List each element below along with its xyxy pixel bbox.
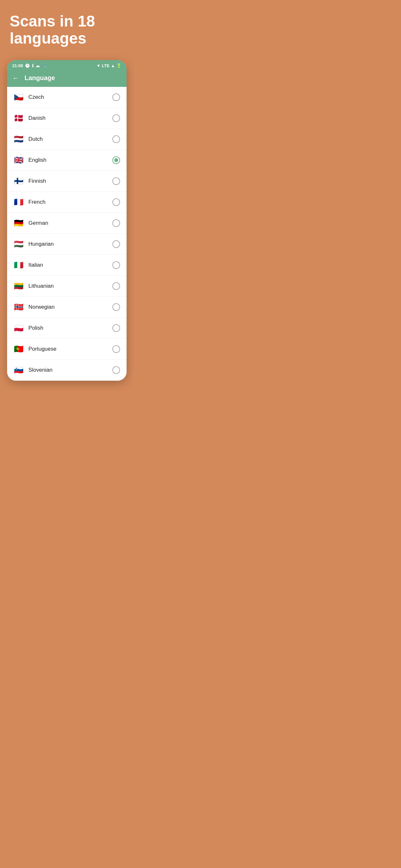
lang-name-hungarian: Hungarian bbox=[28, 241, 54, 247]
lang-left-french: 🇫🇷French bbox=[13, 197, 45, 207]
lang-name-czech: Czech bbox=[28, 94, 44, 100]
language-item-french[interactable]: 🇫🇷French bbox=[7, 192, 127, 213]
flag-german: 🇩🇪 bbox=[13, 219, 24, 228]
language-item-danish[interactable]: 🇩🇰Danish bbox=[7, 108, 127, 129]
language-item-english[interactable]: 🇬🇧English bbox=[7, 150, 127, 171]
radio-portuguese[interactable] bbox=[112, 345, 120, 353]
radio-german[interactable] bbox=[112, 219, 120, 227]
status-icon-cloud: ☁ bbox=[35, 63, 40, 68]
lang-name-lithuanian: Lithuanian bbox=[28, 283, 54, 289]
lang-name-norwegian: Norwegian bbox=[28, 304, 55, 310]
back-button[interactable]: ← bbox=[12, 74, 19, 82]
status-icon-wrench: 🔧 bbox=[42, 63, 47, 68]
lang-left-english: 🇬🇧English bbox=[13, 156, 47, 165]
radio-slovenian[interactable] bbox=[112, 366, 120, 374]
status-right: ▼ LTE ▲ 🔋 bbox=[96, 63, 121, 68]
phone-frame: 21:08 🕐 ℹ ☁ 🔧 ▼ LTE ▲ 🔋 ← Language 🇨🇿Cze… bbox=[7, 60, 127, 381]
lang-left-italian: 🇮🇹Italian bbox=[13, 260, 43, 270]
radio-dutch[interactable] bbox=[112, 135, 120, 143]
hero-title: Scans in 18 languages bbox=[6, 13, 127, 47]
lang-name-dutch: Dutch bbox=[28, 136, 42, 143]
language-list: 🇨🇿Czech🇩🇰Danish🇳🇱Dutch🇬🇧English🇫🇮Finnish… bbox=[7, 87, 127, 381]
language-item-finnish[interactable]: 🇫🇮Finnish bbox=[7, 171, 127, 192]
flag-hungarian: 🇭🇺 bbox=[13, 240, 24, 249]
lang-left-dutch: 🇳🇱Dutch bbox=[13, 135, 42, 144]
status-left: 21:08 🕐 ℹ ☁ 🔧 bbox=[12, 63, 47, 68]
flag-english: 🇬🇧 bbox=[13, 156, 24, 165]
flag-danish: 🇩🇰 bbox=[13, 114, 24, 123]
status-icon-info: ℹ bbox=[32, 63, 34, 68]
app-bar-title: Language bbox=[25, 74, 55, 82]
lang-name-french: French bbox=[28, 199, 45, 206]
language-item-slovenian[interactable]: 🇸🇮Slovenian bbox=[7, 360, 127, 381]
radio-english[interactable] bbox=[112, 156, 120, 164]
flag-polish: 🇵🇱 bbox=[13, 323, 24, 333]
lang-name-slovenian: Slovenian bbox=[28, 367, 53, 373]
radio-hungarian[interactable] bbox=[112, 240, 120, 248]
radio-danish[interactable] bbox=[112, 114, 120, 122]
lang-name-finnish: Finnish bbox=[28, 178, 46, 184]
lang-left-norwegian: 🇳🇴Norwegian bbox=[13, 303, 55, 312]
flag-dutch: 🇳🇱 bbox=[13, 135, 24, 144]
radio-finnish[interactable] bbox=[112, 177, 120, 185]
lang-name-danish: Danish bbox=[28, 115, 45, 121]
language-item-portuguese[interactable]: 🇵🇹Portuguese bbox=[7, 339, 127, 360]
radio-norwegian[interactable] bbox=[112, 303, 120, 311]
lang-left-danish: 🇩🇰Danish bbox=[13, 114, 45, 123]
flag-norwegian: 🇳🇴 bbox=[13, 303, 24, 312]
signal-icon: ▲ bbox=[111, 63, 115, 68]
lang-left-slovenian: 🇸🇮Slovenian bbox=[13, 366, 53, 375]
lang-left-lithuanian: 🇱🇹Lithuanian bbox=[13, 282, 54, 290]
lang-left-portuguese: 🇵🇹Portuguese bbox=[13, 345, 57, 353]
radio-lithuanian[interactable] bbox=[112, 282, 120, 290]
battery-icon: 🔋 bbox=[116, 63, 121, 68]
wifi-icon: ▼ bbox=[96, 63, 101, 68]
lang-left-hungarian: 🇭🇺Hungarian bbox=[13, 240, 54, 249]
language-item-norwegian[interactable]: 🇳🇴Norwegian bbox=[7, 297, 127, 318]
status-bar: 21:08 🕐 ℹ ☁ 🔧 ▼ LTE ▲ 🔋 bbox=[7, 60, 127, 70]
lang-left-czech: 🇨🇿Czech bbox=[13, 93, 44, 102]
lte-label: LTE bbox=[102, 63, 110, 68]
radio-polish[interactable] bbox=[112, 324, 120, 332]
lang-left-polish: 🇵🇱Polish bbox=[13, 323, 43, 333]
lang-left-german: 🇩🇪German bbox=[13, 219, 48, 228]
lang-left-finnish: 🇫🇮Finnish bbox=[13, 177, 46, 186]
language-item-czech[interactable]: 🇨🇿Czech bbox=[7, 87, 127, 108]
language-item-dutch[interactable]: 🇳🇱Dutch bbox=[7, 129, 127, 150]
flag-lithuanian: 🇱🇹 bbox=[13, 282, 24, 290]
language-item-lithuanian[interactable]: 🇱🇹Lithuanian bbox=[7, 276, 127, 297]
flag-finnish: 🇫🇮 bbox=[13, 177, 24, 186]
language-item-polish[interactable]: 🇵🇱Polish bbox=[7, 318, 127, 339]
lang-name-german: German bbox=[28, 220, 48, 226]
radio-czech[interactable] bbox=[112, 93, 120, 101]
status-icon-clock: 🕐 bbox=[25, 63, 30, 68]
flag-portuguese: 🇵🇹 bbox=[13, 345, 24, 353]
language-item-hungarian[interactable]: 🇭🇺Hungarian bbox=[7, 234, 127, 255]
language-item-german[interactable]: 🇩🇪German bbox=[7, 213, 127, 234]
lang-name-english: English bbox=[28, 157, 47, 163]
language-item-italian[interactable]: 🇮🇹Italian bbox=[7, 255, 127, 276]
radio-italian[interactable] bbox=[112, 261, 120, 269]
status-time: 21:08 bbox=[12, 63, 23, 68]
app-bar: ← Language bbox=[7, 70, 127, 87]
flag-french: 🇫🇷 bbox=[13, 197, 24, 207]
flag-italian: 🇮🇹 bbox=[13, 260, 24, 270]
radio-french[interactable] bbox=[112, 198, 120, 206]
lang-name-portuguese: Portuguese bbox=[28, 346, 57, 352]
flag-czech: 🇨🇿 bbox=[13, 93, 24, 102]
flag-slovenian: 🇸🇮 bbox=[13, 366, 24, 375]
lang-name-polish: Polish bbox=[28, 325, 43, 331]
lang-name-italian: Italian bbox=[28, 262, 43, 268]
